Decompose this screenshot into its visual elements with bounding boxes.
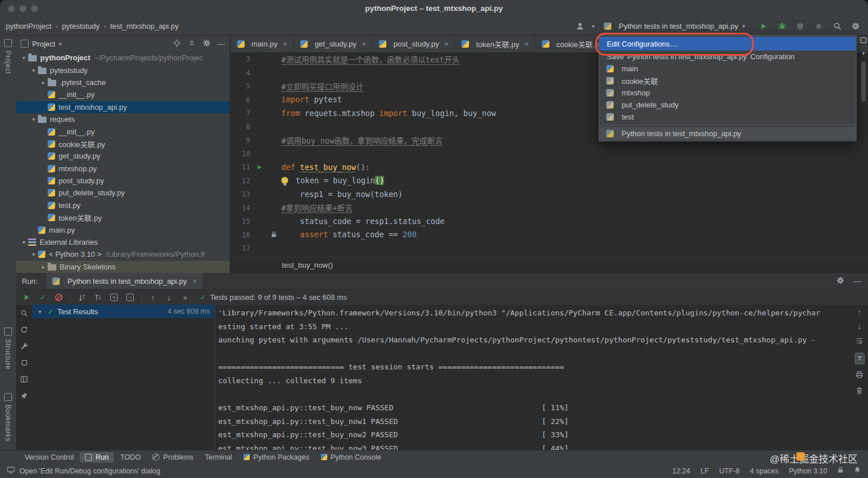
code-line[interactable]: 10 (231, 147, 859, 161)
sort-by-duration-icon[interactable] (91, 291, 105, 304)
run-tab[interactable]: Python tests in test_mtxshop_api.py × (46, 273, 203, 289)
chevron-down-icon[interactable]: ▾ (29, 251, 38, 257)
code-line[interactable]: 13 resp1 = buy_now(token) (231, 187, 859, 201)
project-panel-title[interactable]: Project (32, 40, 55, 48)
search-everywhere-icon[interactable] (830, 20, 844, 33)
tree-item[interactable]: __init__.py (16, 88, 230, 101)
chevron-right-icon[interactable]: ▸ (39, 264, 48, 270)
editor-tab[interactable]: token关联.py× (455, 36, 536, 52)
code-line[interactable]: 17 (231, 241, 859, 255)
toolwindow-button-terminal[interactable]: Terminal (200, 452, 237, 462)
indent-indicator[interactable]: 4 spaces (750, 467, 778, 475)
hide-run-panel-icon[interactable]: — (854, 277, 861, 286)
menu-item[interactable]: Save 'Python tests in test_mtxshop_api.p… (599, 51, 856, 63)
toolwindow-stripe-structure[interactable]: Structure (0, 327, 16, 369)
tree-item[interactable]: ▾< Python 3.10 >/Library/Frameworks/Pyth… (16, 248, 230, 260)
scroll-to-end-icon[interactable] (855, 353, 865, 364)
editor-breadcrumb[interactable]: test_buy_now() (231, 257, 868, 273)
tree-item[interactable]: __init__.py (16, 125, 230, 137)
collapse-all-icon[interactable] (188, 39, 196, 49)
close-icon[interactable]: × (525, 40, 529, 48)
tree-item[interactable]: ▸Binary Skeletons (16, 261, 230, 273)
filter-tests-icon[interactable] (20, 309, 28, 319)
menu-item[interactable]: test (599, 111, 856, 123)
notifications-bell-icon[interactable] (854, 467, 861, 476)
editor-tab[interactable]: get_study.py× (294, 36, 373, 52)
chevron-down-icon[interactable]: ▾ (20, 55, 28, 61)
rerun-failed-tests-button[interactable]: ✓ (36, 291, 50, 304)
toolwindow-button-python-packages[interactable]: Python Packages (238, 452, 314, 462)
options-gear-icon[interactable] (203, 39, 211, 49)
soft-wrap-icon[interactable] (855, 337, 863, 346)
toolwindow-button-version-control[interactable]: Version Control (20, 452, 79, 462)
chevron-down-icon[interactable]: ▾ (36, 309, 44, 315)
collapse-all-icon[interactable]: − (123, 291, 137, 304)
code-line[interactable]: 16 assert status_code == 200 (231, 228, 859, 242)
code-line[interactable]: 15 status_code = resp1.status_code (231, 214, 859, 228)
code-line[interactable]: 14#拿到响应结果+断言 (231, 201, 859, 215)
settings-gear-icon[interactable] (848, 20, 862, 33)
test-results-root-row[interactable]: ▾ ✓ Test Results 4 sec 608 ms (32, 304, 215, 318)
toolwindow-stripe-bookmarks[interactable]: Bookmarks (0, 393, 16, 442)
tree-item[interactable]: post_study.py (16, 175, 230, 187)
tree-item[interactable]: ▾pythonProject~/PycharmProjects/pythonPr… (16, 52, 230, 64)
monitor-icon[interactable] (7, 466, 15, 476)
tree-item[interactable]: mtxshop.py (16, 163, 230, 175)
line-separator-indicator[interactable]: LF (700, 467, 709, 475)
coverage-button[interactable] (793, 20, 807, 33)
titlebar[interactable]: pythonProject – test_mtxshop_api.py (0, 0, 868, 18)
editor-scrollbar[interactable] (861, 61, 866, 102)
tree-item[interactable]: ▾requets (16, 113, 230, 125)
hide-panel-icon[interactable]: — (218, 40, 225, 48)
breadcrumb-file[interactable]: test_mtxshop_api.py (110, 22, 179, 30)
chevron-right-icon[interactable]: ▸ (39, 79, 48, 86)
up-arrow-icon[interactable]: ↑ (858, 308, 862, 316)
down-arrow-icon[interactable]: ↓ (858, 322, 862, 330)
toolwindow-button-problems[interactable]: Problems (147, 452, 199, 462)
run-console[interactable]: 'Library/Frameworks/Python.framework/Ver… (215, 304, 851, 450)
tree-item[interactable]: ▾External Libraries (16, 236, 230, 248)
menu-item[interactable]: main (599, 63, 856, 75)
rerun-tests-button[interactable] (20, 291, 34, 304)
print-icon[interactable] (855, 371, 863, 380)
toolwindow-button-todo[interactable]: TODO (115, 452, 146, 462)
menu-item[interactable]: Python tests in test_mtxshop_api.py (599, 127, 856, 140)
run-settings-gear-icon[interactable] (836, 276, 844, 286)
sort-alphabetically-icon[interactable] (75, 291, 89, 304)
breadcrumb-project[interactable]: pythonProject (6, 22, 52, 30)
run-test-icon[interactable]: ▶ (258, 163, 262, 171)
user-account-icon[interactable] (574, 20, 587, 33)
more-actions-icon[interactable]: » (178, 291, 192, 304)
tree-item[interactable]: ▸.pytest_cache (16, 76, 230, 88)
run-configuration-selector[interactable]: Python tests in test_mtxshop_api.py ▾ (599, 20, 750, 32)
toolwindow-button-python-console[interactable]: Python Console (316, 452, 386, 462)
interpreter-indicator[interactable]: Python 3.10 (789, 467, 827, 475)
tree-item[interactable]: ▾pyteststudy (16, 64, 230, 76)
intention-bulb-icon[interactable] (281, 177, 288, 184)
locate-file-icon[interactable] (173, 39, 181, 49)
toolwindow-button-run[interactable]: Run (80, 452, 114, 462)
close-icon[interactable]: × (444, 40, 449, 48)
encoding-indicator[interactable]: UTF-8 (719, 467, 739, 475)
pin-tab-icon[interactable] (21, 392, 28, 401)
debug-button[interactable] (775, 20, 789, 33)
test-settings-wrench-icon[interactable] (20, 342, 28, 352)
lock-icon[interactable] (838, 467, 843, 475)
editor-tab[interactable]: main.py× (231, 36, 294, 52)
previous-occurrence-icon[interactable]: ↑ (146, 291, 160, 304)
chevron-down-icon[interactable]: ▾ (20, 239, 28, 245)
chevron-down-icon[interactable]: ▾ (29, 116, 38, 122)
close-icon[interactable]: × (283, 40, 288, 48)
chevron-down-icon[interactable]: ▾ (29, 67, 38, 74)
tree-item[interactable]: main.py (16, 223, 230, 236)
code-line[interactable]: 12token = buy_login() (231, 174, 859, 188)
menu-item[interactable]: mtxshop (599, 87, 856, 99)
menu-item[interactable]: Edit Configurations… (599, 37, 856, 51)
track-running-test-icon[interactable] (20, 326, 28, 336)
menu-item[interactable]: put_delete_study (599, 99, 856, 111)
tree-item[interactable]: token关联.py (16, 211, 230, 223)
stop-button[interactable] (812, 20, 826, 33)
clear-console-icon[interactable] (855, 387, 863, 396)
next-occurrence-icon[interactable]: ↓ (162, 291, 176, 304)
tree-item[interactable]: cookie关联.py (16, 138, 230, 150)
